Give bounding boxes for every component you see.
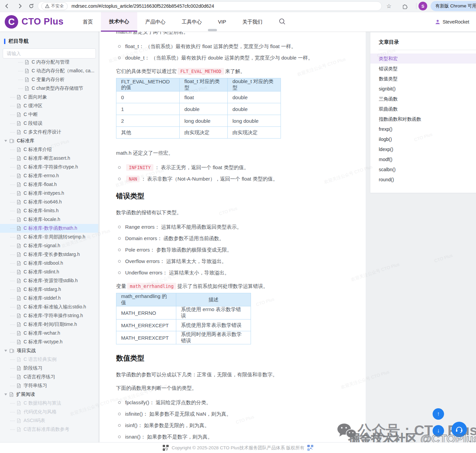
file-icon	[17, 375, 21, 379]
toc-item[interactable]: signbit()	[370, 84, 476, 94]
tree-item[interactable]: C 标准库-资源管理stdlib.h	[0, 276, 98, 285]
nav-item[interactable]: 工具中心	[174, 12, 210, 32]
tree-item[interactable]: C 标准库-errno.h	[0, 172, 98, 180]
tree-item[interactable]: C 标准库-时间/日期time.h	[0, 320, 98, 329]
section-heading-errors: 错误类型	[116, 191, 350, 201]
toc-item[interactable]: 类型和宏	[370, 53, 476, 64]
tree-item[interactable]: C 段错误	[0, 119, 98, 128]
tree-item[interactable]: C语言程序练习	[0, 373, 98, 381]
sidebar-tree: C 内存分配与管理 C 动态内存分配（malloc, ca...	[0, 60, 98, 433]
tree-item[interactable]: C 标准库介绍	[0, 145, 98, 154]
tree-item[interactable]: C标准库	[0, 137, 98, 145]
tree-item[interactable]: C 变量内存分析	[0, 75, 98, 84]
toc-item[interactable]: modf()	[370, 154, 476, 164]
file-icon	[17, 418, 21, 423]
chevron-down-icon[interactable]	[4, 350, 7, 352]
file-icon	[17, 182, 21, 187]
tree-item[interactable]: C 内存分配与管理	[0, 60, 98, 67]
tree-item[interactable]: C 标准库-stdarg.h	[0, 285, 98, 294]
tree-item[interactable]: C 标准库-limits.h	[0, 206, 98, 215]
tree-item[interactable]: C 标准库-断言assert.h	[0, 154, 98, 163]
tree-item[interactable]: C 标准库-字符操作ctype.h	[0, 163, 98, 172]
table-row: 2long doublelong double	[116, 115, 281, 127]
reload-icon[interactable]	[27, 2, 36, 10]
list-item: NAN： 表示非数字（Not-A-Number），返回一个 float 类型的值…	[116, 176, 350, 182]
tree-item[interactable]: C 标准库-stdint.h	[0, 268, 98, 276]
tree-item[interactable]: 扩展阅读	[0, 390, 98, 399]
toc-item[interactable]: frexp()	[370, 124, 476, 134]
article-paragraph: math.h 还定义了一些宏。	[116, 150, 350, 156]
file-icon	[17, 243, 21, 248]
tree-item[interactable]: C 数据结构与算法	[0, 399, 98, 408]
search-icon[interactable]	[279, 18, 287, 26]
tree-item[interactable]: C 标准库-wchar.h	[0, 329, 98, 338]
toc-item[interactable]: 双曲函数	[370, 104, 476, 114]
nav-item[interactable]: 关于我们	[234, 12, 270, 32]
nav-item[interactable]: 首页	[75, 12, 101, 32]
tree-item[interactable]: C 标准库-float.h	[0, 180, 98, 189]
qr-icon	[163, 445, 169, 451]
nav-item[interactable]: 产品中心	[137, 12, 174, 32]
tree-item[interactable]: C 动态内存分配（malloc, ca...	[0, 67, 98, 75]
tree-item[interactable]: C 面向对象	[0, 93, 98, 102]
toc-item[interactable]: 指数函数和对数函数	[370, 114, 476, 124]
tree-item[interactable]: C 多文件程序设计	[0, 128, 98, 137]
macro-list: INFINITY： 表示正无穷，返回一个 float 类型的值。NAN： 表示非…	[116, 164, 350, 182]
inline-code: FLT_EVAL_METHOD	[178, 68, 224, 75]
file-icon	[17, 366, 21, 371]
list-item: Domain errors： 函数参数不适用当前函数。	[116, 235, 350, 242]
security-chip[interactable]: 不安全	[41, 2, 68, 10]
tree-item[interactable]: C 标准库-stdbool.h	[0, 259, 98, 268]
tree-item[interactable]: C 中断	[0, 110, 98, 119]
tree-item[interactable]: C 标准库-非局部跳转setjmp.h	[0, 233, 98, 241]
tree-item[interactable]: C 标准库-wctype.h	[0, 338, 98, 346]
nav-item[interactable]: 技术中心	[101, 12, 137, 32]
tree-item[interactable]: 代码优化与风格	[0, 408, 98, 416]
chevron-down-icon[interactable]	[4, 140, 7, 142]
tree-item[interactable]: 阶段练习	[0, 364, 98, 373]
file-icon	[17, 209, 21, 213]
tree-item[interactable]: C 标准库-inttypes.h	[0, 189, 98, 198]
brand-name[interactable]: CTO Plus	[22, 16, 64, 27]
forward-icon[interactable]	[15, 2, 24, 10]
chevron-down-icon[interactable]	[4, 393, 7, 395]
user-menu[interactable]: SteveRocket	[435, 12, 469, 32]
toc-item[interactable]: 数值类型	[370, 74, 476, 84]
toc-item[interactable]: 错误类型	[370, 64, 476, 74]
tree-item[interactable]: C 标准库-字符串操作string.h	[0, 311, 98, 320]
tree-item[interactable]: C 标准库-stddef.h	[0, 294, 98, 303]
tree-item[interactable]: C char类型内存存储细节	[0, 84, 98, 93]
brand-logo[interactable]: C	[5, 15, 18, 29]
tree-item[interactable]: 项目实战	[0, 346, 98, 355]
back-to-top-button[interactable]: ↑	[433, 408, 444, 420]
address-bar[interactable]: 不安全 mdrsec.com/#/ctoplus_article/2951166…	[38, 1, 382, 11]
tree-item[interactable]: C 标准库-数学函数math.h	[0, 224, 98, 233]
tree-item[interactable]: C 标准库-标准输入输出stdio.h	[0, 303, 98, 311]
url-text[interactable]: mdrsec.com/#/ctoplus_article/295116630f5…	[72, 3, 214, 9]
site-header: C CTO Plus 首页技术中心产品中心工具中心VIP关于我们 SteveRo…	[0, 12, 476, 32]
toc-item[interactable]: round()	[370, 175, 476, 185]
bookmark-star-icon[interactable]: ☆	[385, 2, 393, 10]
tree-item[interactable]: ASCII码表	[0, 416, 98, 425]
file-icon	[17, 217, 21, 222]
tree-item[interactable]: C 标准库-signal.h	[0, 241, 98, 250]
scrollbar-thumb[interactable]	[208, 29, 217, 31]
tree-item[interactable]: C语言标准库函数参考	[0, 425, 98, 433]
tree-item[interactable]: 字符串练习	[0, 381, 98, 390]
tree-item[interactable]: C 标准库-iso646.h	[0, 198, 98, 206]
tree-item[interactable]: C 标准库-变长参数stdarg.h	[0, 250, 98, 259]
browser-profile-avatar[interactable]: S	[418, 2, 427, 10]
toc-item[interactable]: scalbn()	[370, 164, 476, 175]
extensions-icon[interactable]	[400, 2, 409, 10]
tree-item[interactable]: C 标准库-locale.h	[0, 215, 98, 224]
file-icon	[17, 121, 21, 126]
flt-eval-method-table: FLT_EVAL_METHOD 的值 float_t 对应的类型 double_…	[116, 78, 281, 139]
toc-item[interactable]: ldexp()	[370, 144, 476, 154]
tree-item[interactable]: C 语言经典实例	[0, 355, 98, 364]
toc-item[interactable]: 三角函数	[370, 94, 476, 104]
chrome-update-button[interactable]: 有新版 Chrome 可用	[431, 1, 476, 11]
toc-item[interactable]: ilogb()	[370, 134, 476, 144]
tree-item[interactable]: C 缓冲区	[0, 102, 98, 110]
sidebar-search-input[interactable]	[3, 48, 96, 59]
back-icon[interactable]	[3, 2, 11, 10]
